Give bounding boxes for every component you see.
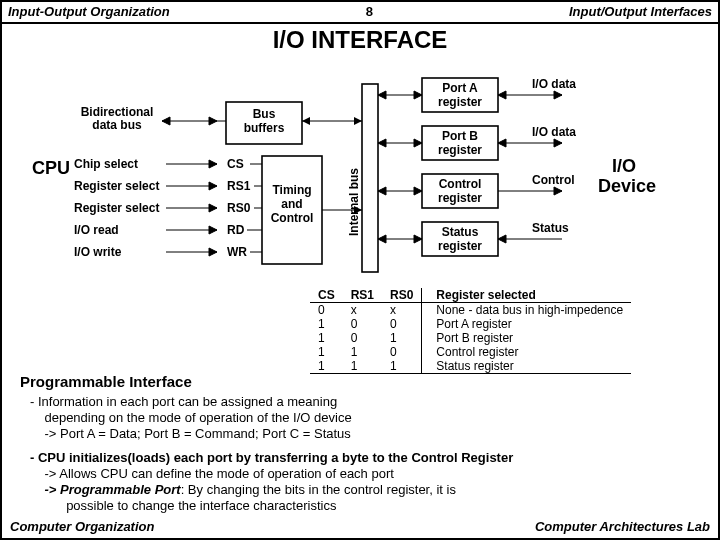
- diagram: CPU Bidirectional data bus Chip select R…: [2, 56, 720, 296]
- svg-marker-53: [378, 235, 386, 243]
- svg-text:I/O data: I/O data: [532, 77, 576, 91]
- sig-rd: I/O read: [74, 223, 119, 237]
- svg-text:Port A: Port A: [442, 81, 478, 95]
- svg-marker-58: [554, 139, 562, 147]
- svg-marker-4: [209, 160, 217, 168]
- header-bar: Input-Output Organization 8 Input/Output…: [8, 4, 712, 19]
- svg-marker-44: [378, 91, 386, 99]
- body-text: Programmable Interface - Information in …: [20, 374, 700, 522]
- svg-text:register: register: [438, 95, 482, 109]
- svg-text:Timing: Timing: [272, 183, 311, 197]
- sig-rs1: Register select: [74, 179, 159, 193]
- svg-marker-10: [209, 226, 217, 234]
- pin-rs0: RS0: [227, 201, 251, 215]
- svg-marker-47: [378, 139, 386, 147]
- sig-cs: Chip select: [74, 157, 138, 171]
- svg-marker-49: [414, 187, 422, 195]
- header-right: Input/Output Interfaces: [569, 4, 712, 19]
- pin-rs1: RS1: [227, 179, 251, 193]
- svg-marker-63: [498, 235, 506, 243]
- svg-text:register: register: [438, 191, 482, 205]
- svg-marker-8: [209, 204, 217, 212]
- svg-text:Port B: Port B: [442, 129, 478, 143]
- io-device-1: I/O: [612, 156, 636, 176]
- slide: Input-Output Organization 8 Input/Output…: [0, 0, 720, 540]
- svg-marker-52: [414, 235, 422, 243]
- io-device-2: Device: [598, 176, 656, 196]
- svg-marker-61: [554, 187, 562, 195]
- svg-rect-24: [362, 84, 378, 272]
- svg-marker-46: [414, 139, 422, 147]
- buffers-label: buffers: [244, 121, 285, 135]
- page-number: 8: [366, 4, 373, 19]
- pin-wr: WR: [227, 245, 247, 259]
- svg-text:Control: Control: [439, 177, 482, 191]
- svg-marker-12: [209, 248, 217, 256]
- internal-bus: Internal bus: [347, 168, 361, 236]
- svg-text:and: and: [281, 197, 302, 211]
- bus-label: Bus: [253, 107, 276, 121]
- footer-right: Computer Architectures Lab: [535, 519, 710, 534]
- svg-marker-1: [209, 117, 217, 125]
- svg-marker-59: [498, 139, 506, 147]
- svg-text:I/O data: I/O data: [532, 125, 576, 139]
- svg-marker-55: [554, 91, 562, 99]
- slide-title: I/O INTERFACE: [2, 26, 718, 54]
- register-select-table: CSRS1RS0 Register selected 0xxNone - dat…: [310, 288, 631, 374]
- svg-text:register: register: [438, 239, 482, 253]
- svg-text:register: register: [438, 143, 482, 157]
- header-rule: [2, 22, 718, 24]
- pin-rd: RD: [227, 223, 245, 237]
- bidir-2: data bus: [92, 118, 142, 132]
- section-heading: Programmable Interface: [20, 374, 700, 390]
- svg-text:Status: Status: [442, 225, 479, 239]
- svg-marker-43: [414, 91, 422, 99]
- svg-marker-6: [209, 182, 217, 190]
- cpu-label: CPU: [32, 158, 70, 178]
- svg-marker-2: [162, 117, 170, 125]
- sig-wr: I/O write: [74, 245, 122, 259]
- pin-cs: CS: [227, 157, 244, 171]
- svg-text:Control: Control: [271, 211, 314, 225]
- sig-rs0: Register select: [74, 201, 159, 215]
- svg-text:Control: Control: [532, 173, 575, 187]
- footer-bar: Computer Organization Computer Architect…: [10, 519, 710, 534]
- header-left: Input-Output Organization: [8, 4, 170, 19]
- svg-marker-26: [354, 117, 362, 125]
- bidir-1: Bidirectional: [81, 105, 154, 119]
- footer-left: Computer Organization: [10, 519, 154, 534]
- svg-marker-50: [378, 187, 386, 195]
- svg-marker-27: [302, 117, 310, 125]
- svg-text:Status: Status: [532, 221, 569, 235]
- svg-marker-56: [498, 91, 506, 99]
